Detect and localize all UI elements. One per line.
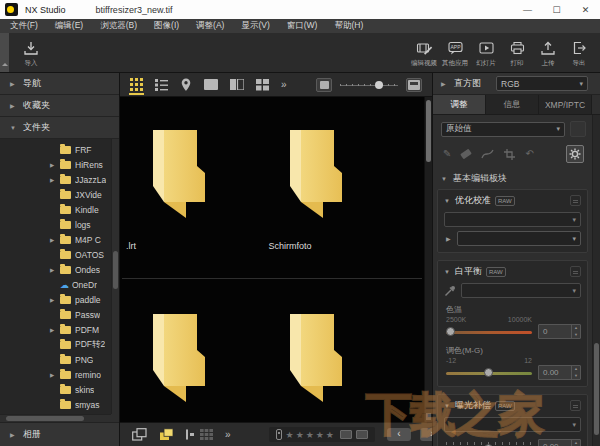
tab-info[interactable]: 信息 xyxy=(486,95,539,114)
maximize-button[interactable]: ☐ xyxy=(542,0,571,19)
tab-xmp-iptc[interactable]: XMP/IPTC xyxy=(539,95,592,114)
inspector-vertical-scrollbar[interactable] xyxy=(592,115,600,446)
spinner-arrows-icon[interactable]: ▲▼ xyxy=(571,366,580,379)
thumbnail-small-button[interactable] xyxy=(316,78,332,92)
panel-collapse-handle[interactable] xyxy=(0,33,9,72)
eyedropper-icon[interactable] xyxy=(444,285,456,297)
folder-tree-item[interactable]: ▶ ☁ M4P C xyxy=(0,232,111,247)
grid-table-button[interactable] xyxy=(200,429,213,440)
sidebar-section-folders[interactable]: ▼ 文件夹 xyxy=(0,117,119,139)
folder-tree-item[interactable]: ▶ ☁ smyas xyxy=(0,397,111,412)
thumbnail-large-button[interactable] xyxy=(406,78,422,92)
exposure-select[interactable]: ▾ xyxy=(444,417,581,432)
crop-icon[interactable] xyxy=(504,149,515,160)
import-button[interactable]: 导入 xyxy=(16,35,46,68)
compare-frames-button[interactable] xyxy=(132,428,147,441)
star-rating[interactable]: ★★★★★ xyxy=(286,430,336,440)
section-menu-icon[interactable] xyxy=(570,266,581,277)
folder-tree-item[interactable]: ▶ ☁ remino xyxy=(0,367,111,382)
chevron-right-icon[interactable]: ▶ xyxy=(446,235,453,242)
folder-thumbnail[interactable] xyxy=(150,123,210,218)
histogram-header[interactable]: ▶ 直方图 RGB ▾ xyxy=(433,73,600,95)
menu-item[interactable]: 编辑(E) xyxy=(55,20,83,32)
label-badge-icon[interactable] xyxy=(276,429,282,440)
folder-tree-vertical-scrollbar[interactable] xyxy=(111,139,119,414)
print-button[interactable]: 打印 xyxy=(502,35,532,68)
preset-save-button[interactable] xyxy=(570,121,586,137)
temperature-spinbox[interactable]: 0 ▲▼ xyxy=(538,324,581,339)
scrollbar-thumb[interactable] xyxy=(426,100,431,162)
previous-button[interactable]: ‹ xyxy=(387,428,411,441)
section-menu-icon[interactable] xyxy=(570,195,581,206)
folder-tree-item[interactable]: ▶ ☁ logs xyxy=(0,217,111,232)
settings-button[interactable] xyxy=(566,145,584,163)
folder-tree-horizontal-scrollbar[interactable] xyxy=(0,414,111,422)
slider-handle[interactable] xyxy=(484,368,493,377)
split-view-button[interactable] xyxy=(230,73,244,96)
folder-tree-item[interactable]: ▶ ☁ OATOS xyxy=(0,247,111,262)
expand-arrow-icon[interactable]: ▶ xyxy=(50,297,60,303)
folder-tree-item[interactable]: ▶ ☁ Passw xyxy=(0,307,111,322)
expand-arrow-icon[interactable]: ▶ xyxy=(50,177,60,183)
folder-thumbnail[interactable] xyxy=(150,307,210,402)
slider-handle[interactable] xyxy=(375,81,383,89)
folder-tree-item[interactable]: ▶ ☁ HiRens xyxy=(0,157,111,172)
picture-control-sub-select[interactable]: ▾ xyxy=(457,231,581,246)
chevron-down-icon[interactable]: ▼ xyxy=(444,403,451,409)
chevron-down-icon[interactable]: ▼ xyxy=(444,198,451,204)
expand-arrow-icon[interactable]: ▶ xyxy=(50,237,60,243)
exposure-slider[interactable] xyxy=(446,440,532,446)
upload-button[interactable]: 上传 xyxy=(533,35,563,68)
undo-icon[interactable]: ↶ xyxy=(525,149,533,159)
color-label-icon[interactable] xyxy=(340,430,352,439)
basic-adjustments-group-header[interactable]: ▼ 基本编辑板块 xyxy=(433,169,592,189)
grid-view-button[interactable] xyxy=(130,73,143,96)
tint-slider[interactable] xyxy=(446,366,532,379)
show-first-frame-button[interactable] xyxy=(186,429,188,440)
brush-icon[interactable]: ✎ xyxy=(443,149,451,159)
menu-item[interactable]: 调整(A) xyxy=(196,20,224,32)
expand-arrow-icon[interactable]: ▶ xyxy=(50,267,60,273)
folder-thumbnail[interactable] xyxy=(287,307,347,402)
single-view-button[interactable] xyxy=(204,73,218,96)
tab-adjustments[interactable]: 调整 xyxy=(433,95,486,114)
expand-arrow-icon[interactable]: ▶ xyxy=(50,327,60,333)
folder-tree-item[interactable]: ▶ ☁ paddle xyxy=(0,292,111,307)
tint-spinbox[interactable]: 0.00 ▲▼ xyxy=(538,365,581,380)
sidebar-section-albums[interactable]: ▶ 相册 xyxy=(0,422,119,446)
list-view-button[interactable] xyxy=(155,73,168,96)
folder-tree-item[interactable]: ▶ ☁ FRF xyxy=(0,142,111,157)
more-views-chevron[interactable]: » xyxy=(281,79,287,90)
folder-tree-item[interactable]: ▶ ☁ JXVide xyxy=(0,187,111,202)
spinner-arrows-icon[interactable]: ▲▼ xyxy=(571,325,580,338)
folder-tree-item[interactable]: ▶ ☁ OneDr xyxy=(0,277,111,292)
edit-video-button[interactable]: 编辑视频 xyxy=(409,35,439,68)
eraser-icon[interactable] xyxy=(461,149,473,160)
scrollbar-thumb[interactable] xyxy=(113,251,118,289)
sidebar-section-navigation[interactable]: ▶ 导航 xyxy=(0,73,119,95)
menu-item[interactable]: 浏览器(B) xyxy=(100,20,137,32)
color-label-icon[interactable] xyxy=(356,430,368,439)
preset-select[interactable]: 原始值 ▾ xyxy=(441,122,565,137)
more-tools-chevron[interactable]: » xyxy=(225,429,231,440)
menu-item[interactable]: 文件(F) xyxy=(10,20,38,32)
folder-tree-item[interactable]: ▶ ☁ JJazzLa xyxy=(0,172,111,187)
spinner-arrows-icon[interactable]: ▲▼ xyxy=(571,440,580,446)
minimize-button[interactable]: — xyxy=(513,0,542,19)
temperature-slider[interactable] xyxy=(446,325,532,338)
folder-tree-item[interactable]: ▶ ☁ Kindle xyxy=(0,202,111,217)
thumbnail-size-slider[interactable] xyxy=(340,79,398,91)
filmstrip-toggle-button[interactable] xyxy=(159,428,174,441)
close-button[interactable]: ✕ xyxy=(571,0,600,19)
folder-tree-item[interactable]: ▶ ☁ PDF转2 xyxy=(0,337,111,352)
menu-item[interactable]: 帮助(H) xyxy=(334,20,363,32)
curve-icon[interactable] xyxy=(481,149,494,159)
folder-tree-item[interactable]: ▶ ☁ PNG xyxy=(0,352,111,367)
folder-tree-item[interactable]: ▶ ☁ PDFM xyxy=(0,322,111,337)
map-view-button[interactable] xyxy=(180,73,192,96)
histogram-channel-select[interactable]: RGB ▾ xyxy=(496,76,588,91)
folder-tree-item[interactable]: ▶ ☁ Ondes xyxy=(0,262,111,277)
slider-handle[interactable] xyxy=(446,327,455,336)
expand-arrow-icon[interactable]: ▶ xyxy=(50,162,60,168)
multi-view-button[interactable] xyxy=(256,73,269,96)
